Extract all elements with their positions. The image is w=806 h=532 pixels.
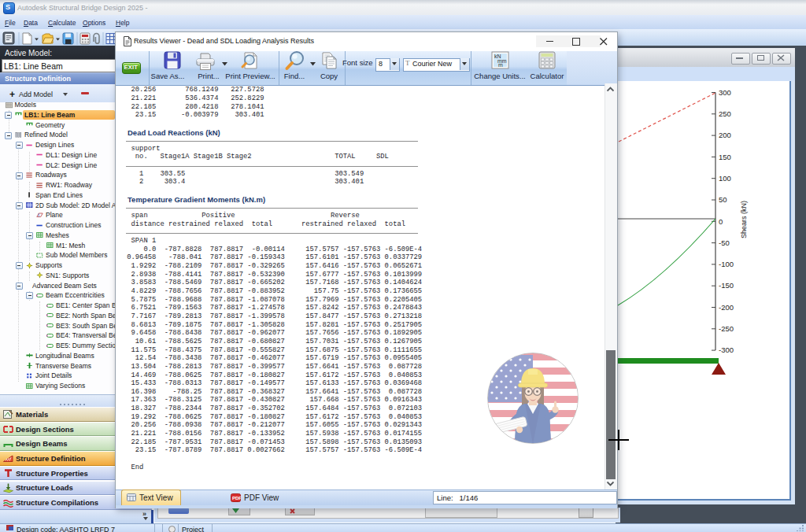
svg-text:-250: -250	[719, 324, 734, 333]
svg-text:200: 200	[719, 131, 731, 139]
svg-text:m: m	[498, 62, 503, 68]
svg-text:Shears (kN): Shears (kN)	[740, 201, 748, 238]
svg-text:100: 100	[719, 174, 731, 183]
svg-text:-150: -150	[719, 281, 734, 290]
svg-text:PDF: PDF	[232, 496, 241, 501]
svg-text:250: 250	[719, 109, 731, 118]
svg-text:0: 0	[719, 217, 723, 226]
svg-text:50: 50	[719, 195, 727, 204]
svg-text:-100: -100	[719, 260, 734, 268]
svg-text:300: 300	[719, 88, 731, 97]
svg-text:-50: -50	[719, 238, 730, 247]
svg-text:-300: -300	[719, 345, 734, 354]
svg-text:150: 150	[719, 153, 731, 161]
svg-text:-200: -200	[719, 303, 734, 312]
